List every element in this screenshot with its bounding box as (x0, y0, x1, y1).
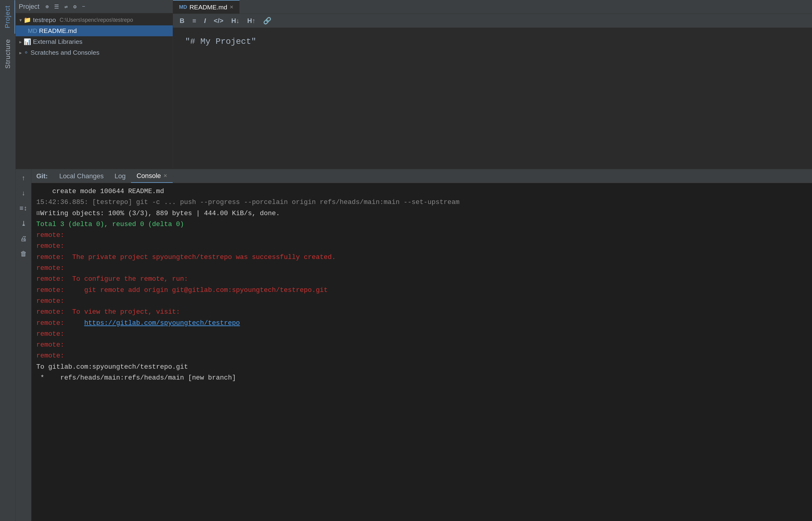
console-line: remote: To configure the remote, run: (36, 274, 807, 285)
git-panel: ↑ ↓ ≡↕ ⤓ 🖨 🗑 Git: Local Changes Log Cons… (16, 169, 812, 521)
tab-log[interactable]: Log (109, 169, 131, 183)
tree-item-readme[interactable]: MD README.md (16, 25, 173, 36)
console-line: remote: The private project spyoungtech/… (36, 252, 807, 263)
editor-toolbar: B ≡ I </> H↓ H↑ 🔗 (173, 14, 812, 28)
console-line: remote: (36, 241, 807, 252)
tree-item-external-libs[interactable]: ▸ 📊 External Libraries (16, 36, 173, 47)
tab-console[interactable]: Console ✕ (131, 169, 173, 183)
tab-close-icon[interactable]: ✕ (229, 4, 234, 10)
expand-icon[interactable]: ⇌ (63, 2, 69, 11)
console-line: To gitlab.com:spyoungtech/testrepo.git (36, 362, 807, 372)
tree-label-testrepo: testrepo (33, 16, 56, 24)
settings-icon[interactable]: ⚙ (72, 2, 78, 11)
console-line: * refs/heads/main:refs/heads/main [new b… (36, 372, 807, 384)
console-line: remote: To view the project, visit: (36, 307, 807, 318)
tree-label-readme: README.md (39, 27, 77, 35)
main-area: Project ⊕ ☰ ⇌ ⚙ − ▾ 📁 testrepo C:\Users\… (16, 0, 812, 521)
print-button[interactable]: 🖨 (17, 232, 30, 245)
editor-content[interactable]: "# My Project" (173, 28, 812, 169)
tab-md-icon: MD (179, 4, 187, 10)
console-line: 15:42:36.885: [testrepo] git -c ... push… (36, 197, 807, 208)
console-line: remote: (36, 329, 807, 340)
link-button[interactable]: 🔗 (261, 16, 273, 26)
gitlab-link[interactable]: https://gitlab.com/spyoungtech/testrepo (84, 319, 240, 327)
git-label: Git: (36, 172, 48, 180)
git-action-bar: ↑ ↓ ≡↕ ⤓ 🖨 🗑 (16, 169, 31, 521)
tab-local-changes[interactable]: Local Changes (54, 169, 109, 183)
tab-console-label: Console (136, 172, 161, 180)
console-line: Total 3 (delta 0), reused 0 (delta 0) (36, 219, 807, 230)
italic-button[interactable]: I (202, 16, 208, 26)
tab-log-label: Log (115, 172, 126, 180)
minimize-icon[interactable]: − (81, 2, 87, 11)
git-tabs-bar: Git: Local Changes Log Console ✕ (31, 169, 812, 183)
console-line: remote: git remote add origin git@gitlab… (36, 285, 807, 296)
git-main: Git: Local Changes Log Console ✕ create … (31, 169, 812, 521)
scratches-icon: ⚬ (24, 49, 29, 56)
list-button[interactable]: ≡ (191, 16, 198, 26)
tab-local-changes-label: Local Changes (59, 172, 104, 180)
editor-tabs: MD README.md ✕ (173, 0, 812, 14)
bold-button[interactable]: B (178, 16, 186, 26)
push-up-button[interactable]: ↑ (17, 172, 30, 185)
console-line: remote: (36, 340, 807, 350)
chevron-right-icon: ▸ (19, 39, 22, 45)
sidebar-item-structure[interactable]: Structure (1, 33, 15, 74)
heading-up-button[interactable]: H↑ (246, 16, 257, 26)
editor-text: "# My Project" (185, 37, 256, 46)
console-line: ⊞Writing objects: 100% (3/3), 889 bytes … (36, 208, 807, 219)
console-line: remote: https://gitlab.com/spyoungtech/t… (36, 318, 807, 329)
chevron-down-icon: ▾ (19, 17, 22, 23)
tab-console-close-icon[interactable]: ✕ (163, 173, 167, 179)
project-toolbar: Project ⊕ ☰ ⇌ ⚙ − (16, 0, 173, 13)
code-button[interactable]: </> (212, 16, 225, 26)
top-section: Project ⊕ ☰ ⇌ ⚙ − ▾ 📁 testrepo C:\Users\… (16, 0, 812, 169)
console-line: remote: (36, 230, 807, 241)
git-console[interactable]: create mode 100644 README.md 15:42:36.88… (31, 183, 812, 521)
chevron-right-scratches-icon: ▸ (19, 50, 22, 55)
new-item-icon[interactable]: ⊕ (44, 2, 50, 11)
heading-down-button[interactable]: H↓ (229, 16, 241, 26)
project-tree: ▾ 📁 testrepo C:\Users\spenc\repos\testre… (16, 13, 173, 169)
console-line: create mode 100644 README.md (36, 186, 807, 197)
project-panel-title: Project (19, 3, 39, 10)
tree-label-ext-libs: External Libraries (33, 38, 82, 45)
sidebar-item-project[interactable]: Project (1, 0, 15, 33)
collapse-all-icon[interactable]: ☰ (53, 2, 60, 11)
fetch-button[interactable]: ⤓ (17, 217, 30, 230)
left-sidebar: Project Structure (0, 0, 16, 521)
tree-item-scratches[interactable]: ▸ ⚬ Scratches and Consoles (16, 47, 173, 58)
tab-readme[interactable]: MD README.md ✕ (173, 0, 240, 14)
sidebar-tabs: Project Structure (0, 0, 16, 74)
console-line: remote: (36, 350, 807, 361)
tab-readme-label: README.md (189, 4, 227, 11)
tree-item-testrepo[interactable]: ▾ 📁 testrepo C:\Users\spenc\repos\testre… (16, 15, 173, 25)
editor-area: MD README.md ✕ B ≡ I </> H↓ H↑ 🔗 "# My P… (173, 0, 812, 169)
pull-down-button[interactable]: ↓ (17, 187, 30, 200)
folder-icon: 📁 (24, 16, 31, 24)
stash-button[interactable]: ≡↕ (17, 202, 30, 215)
library-icon: 📊 (24, 38, 31, 45)
project-panel: Project ⊕ ☰ ⇌ ⚙ − ▾ 📁 testrepo C:\Users\… (16, 0, 173, 169)
delete-button[interactable]: 🗑 (17, 247, 30, 260)
console-line: remote: (36, 263, 807, 274)
tree-label-scratches: Scratches and Consoles (30, 49, 100, 56)
tree-path-testrepo: C:\Users\spenc\repos\testrepo (60, 17, 133, 23)
md-file-icon: MD (28, 27, 37, 35)
console-line: remote: (36, 296, 807, 307)
